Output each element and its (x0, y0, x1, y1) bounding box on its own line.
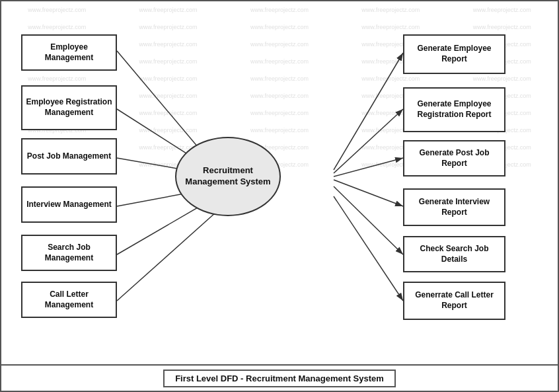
svg-line-10 (334, 180, 403, 206)
call-letter-management-box: Call Letter Management (21, 282, 117, 318)
main-container: www.freeprojectz.comwww.freeprojectz.com… (0, 0, 559, 392)
center-circle: Recruitment Management System (175, 137, 281, 216)
svg-line-11 (334, 186, 403, 255)
diagram-area: Employee Management Employee Registratio… (1, 1, 558, 364)
svg-line-8 (334, 109, 403, 173)
search-job-management-box: Search Job Management (21, 235, 117, 271)
generate-employee-report-box: Generate Employee Report (403, 34, 505, 74)
caption-bar: First Level DFD - Recruitment Management… (1, 364, 558, 391)
employee-management-box: Employee Management (21, 34, 117, 71)
generate-employee-registration-report-box: Generate Employee Registration Report (403, 87, 505, 132)
svg-line-9 (334, 158, 403, 176)
generate-interview-report-box: Generate Interview Report (403, 188, 505, 226)
employee-registration-management-box: Employee Registration Management (21, 85, 117, 130)
generate-call-letter-report-box: Generrate Call Letter Report (403, 282, 505, 320)
post-job-management-box: Post Job Management (21, 138, 117, 175)
caption-label: First Level DFD - Recruitment Management… (163, 370, 396, 387)
svg-line-7 (334, 53, 403, 170)
interview-management-box: Interview Management (21, 186, 117, 223)
generate-post-job-report-box: Generate Post Job Report (403, 140, 505, 176)
check-search-job-details-box: Check Search Job Details (403, 236, 505, 272)
svg-line-6 (117, 206, 223, 301)
svg-line-12 (334, 196, 403, 301)
